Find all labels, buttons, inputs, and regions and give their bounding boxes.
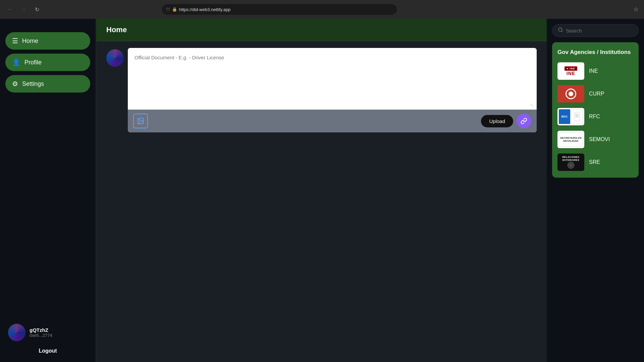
upload-button[interactable]: Upload xyxy=(481,115,513,127)
gov-agencies-card: Gov Agencies / Institutions ● INE INE IN… xyxy=(552,42,639,178)
semovi-logo-text: SECRETARÍA DE MOVILIDAD xyxy=(559,132,583,147)
search-input[interactable] xyxy=(566,28,633,34)
forward-button[interactable]: → xyxy=(19,5,28,14)
resize-handle-icon: ⤡ xyxy=(530,102,534,108)
back-button[interactable]: ← xyxy=(5,5,15,14)
sidebar-item-settings[interactable]: ⚙ Settings xyxy=(5,75,90,93)
gov-agencies-title: Gov Agencies / Institutions xyxy=(557,49,633,56)
search-bar[interactable] xyxy=(552,24,639,37)
ine-logo-text: INE xyxy=(567,71,575,76)
sidebar: ☰ Home 👤 Profile ⚙ Settings gQTzhZ 0xe5.… xyxy=(0,19,96,362)
agency-thumb-semovi: SECRETARÍA DE MOVILIDAD xyxy=(557,131,584,148)
sre-logo-text-top: RELACIONES xyxy=(562,156,580,158)
ine-logo-top: ● INE xyxy=(565,66,577,71)
doc-toolbar-left xyxy=(133,114,148,128)
sre-logo-text-mid: EXTERIORES xyxy=(562,159,579,161)
doc-toolbar-right: Upload xyxy=(481,114,531,128)
agency-name-sre: SRE xyxy=(589,159,600,165)
main-body: ⤡ xyxy=(96,41,547,362)
agency-thumb-curp xyxy=(557,85,584,103)
sidebar-nav: ☰ Home 👤 Profile ⚙ Settings xyxy=(5,32,90,93)
doc-toolbar: Upload xyxy=(128,110,537,132)
user-details: gQTzhZ 0xe5...2774 xyxy=(30,327,52,338)
sidebar-bottom: gQTzhZ 0xe5...2774 Logout xyxy=(5,321,90,355)
right-panel: Gov Agencies / Institutions ● INE INE IN… xyxy=(547,19,644,362)
app-layout: ☰ Home 👤 Profile ⚙ Settings gQTzhZ 0xe5.… xyxy=(0,19,644,362)
page-title: Home xyxy=(106,25,537,34)
main-content: Home ⤡ xyxy=(96,19,547,362)
sidebar-item-home-label: Home xyxy=(22,38,38,45)
search-icon xyxy=(558,27,563,34)
agency-name-semovi: SEMOVI xyxy=(589,136,610,142)
address-bar[interactable]: 🛡 🔒 https://did-web3.netlify.app xyxy=(162,4,397,15)
user-name: gQTzhZ xyxy=(30,327,52,333)
agency-name-ine: INE xyxy=(589,68,598,74)
browser-chrome: ← → ↻ 🛡 🔒 https://did-web3.netlify.app ☆ xyxy=(0,0,644,19)
lock-icon: 🔒 xyxy=(172,7,177,12)
profile-icon: 👤 xyxy=(12,58,20,66)
shield-icon: 🛡 xyxy=(166,7,170,12)
bookmark-icon[interactable]: ☆ xyxy=(633,6,639,13)
home-icon: ☰ xyxy=(12,37,18,45)
svg-rect-4 xyxy=(574,112,580,121)
sre-seal xyxy=(568,162,574,169)
user-address: 0xe5...2774 xyxy=(30,333,52,338)
agency-thumb-rfc: RFC xyxy=(557,108,584,125)
sidebar-item-settings-label: Settings xyxy=(22,80,44,87)
user-info: gQTzhZ 0xe5...2774 xyxy=(5,321,90,344)
sidebar-item-profile[interactable]: 👤 Profile xyxy=(5,54,90,71)
rfc-logo-right xyxy=(571,109,583,124)
image-upload-button[interactable] xyxy=(133,114,148,128)
rfc-logo-left: RFC xyxy=(559,109,570,124)
sidebar-item-home[interactable]: ☰ Home xyxy=(5,32,90,50)
main-header: Home xyxy=(96,19,547,41)
agency-name-curp: CURP xyxy=(589,91,604,97)
logout-button[interactable]: Logout xyxy=(36,347,59,355)
agency-item-sre[interactable]: RELACIONES EXTERIORES SRE xyxy=(557,154,633,171)
svg-line-3 xyxy=(561,31,562,32)
document-textarea[interactable] xyxy=(128,48,537,108)
link-button[interactable] xyxy=(517,114,531,128)
agency-item-rfc[interactable]: RFC RFC xyxy=(557,108,633,125)
agency-thumb-ine: ● INE INE xyxy=(557,62,584,80)
document-card: ⤡ xyxy=(128,48,537,132)
agency-thumb-sre: RELACIONES EXTERIORES xyxy=(557,154,584,171)
sidebar-item-profile-label: Profile xyxy=(24,59,42,66)
svg-point-2 xyxy=(558,28,562,32)
agency-item-semovi[interactable]: SECRETARÍA DE MOVILIDAD SEMOVI xyxy=(557,131,633,148)
agency-item-curp[interactable]: CURP xyxy=(557,85,633,103)
document-avatar xyxy=(106,49,124,67)
agency-item-ine[interactable]: ● INE INE INE xyxy=(557,62,633,80)
agency-name-rfc: RFC xyxy=(589,114,600,120)
svg-point-1 xyxy=(139,119,140,120)
settings-icon: ⚙ xyxy=(12,80,18,88)
document-textarea-wrap: ⤡ xyxy=(128,48,537,110)
refresh-button[interactable]: ↻ xyxy=(32,5,42,14)
avatar xyxy=(8,324,25,341)
url-text: https://did-web3.netlify.app xyxy=(179,7,231,12)
